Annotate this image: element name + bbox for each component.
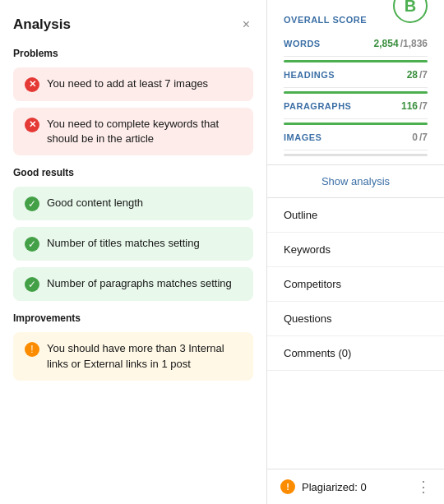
headings-value-left: 28	[407, 69, 418, 81]
nav-item-keywords[interactable]: Keywords	[267, 233, 444, 267]
nav-label-competitors: Competitors	[284, 278, 341, 290]
good-text-3: Number of paragraphs matches setting	[47, 276, 232, 291]
nav-list: Outline Keywords Competitors Questions C…	[267, 198, 444, 371]
bottom-bar: ! Plagiarized: 0 ⋮	[267, 469, 444, 504]
images-value-left: 0	[412, 132, 418, 143]
words-value-right: /1,836	[400, 38, 428, 49]
images-bar-container	[284, 154, 428, 156]
headings-label: HEADINGS	[284, 70, 335, 80]
problem-item-1: ✕ You need to add at least 7 images	[13, 67, 253, 101]
good-text-2: Number of titles matches setting	[47, 236, 200, 251]
error-icon-1: ✕	[25, 77, 39, 92]
images-value-right: /7	[419, 132, 428, 143]
show-analysis-button[interactable]: Show analysis	[267, 165, 444, 198]
nav-item-outline[interactable]: Outline	[267, 198, 444, 233]
good-results-section: Good results ✓ Good content length ✓ Num…	[13, 167, 253, 301]
headings-values: 28 /7	[407, 69, 428, 81]
plagiarized-label: Plagiarized: 0	[302, 481, 367, 493]
paragraphs-value-left: 116	[401, 100, 418, 112]
stat-images: IMAGES 0 /7	[284, 125, 428, 150]
images-values: 0 /7	[412, 132, 428, 143]
good-results-label: Good results	[13, 167, 253, 178]
problems-label: Problems	[13, 48, 253, 59]
good-item-2: ✓ Number of titles matches setting	[13, 227, 253, 261]
problems-section: Problems ✕ You need to add at least 7 im…	[13, 48, 253, 155]
left-panel: Analysis × Problems ✕ You need to add at…	[0, 0, 267, 504]
nav-label-comments: Comments (0)	[284, 347, 351, 359]
paragraphs-value-right: /7	[419, 100, 428, 112]
good-item-3: ✓ Number of paragraphs matches setting	[13, 267, 253, 301]
improvements-section: Improvements ! You should have more than…	[13, 312, 253, 380]
images-label: IMAGES	[284, 132, 321, 142]
nav-label-keywords: Keywords	[284, 243, 331, 256]
nav-item-comments[interactable]: Comments (0)	[267, 336, 444, 371]
nav-label-outline: Outline	[284, 209, 317, 221]
words-values: 2,854 /1,836	[374, 38, 428, 49]
more-options-button[interactable]: ⋮	[416, 479, 431, 494]
nav-label-questions: Questions	[284, 312, 332, 325]
success-icon-1: ✓	[25, 197, 39, 211]
improvement-item-1: ! You should have more than 3 Internal l…	[13, 332, 253, 380]
plagiarized-warning-icon: !	[280, 479, 295, 494]
close-button[interactable]: ×	[239, 16, 253, 33]
paragraphs-label: PARAGRAPHS	[284, 101, 351, 111]
right-panel: OVERALL SCORE B WORDS 2,854 /1,836 HEADI…	[267, 0, 444, 504]
problem-item-2: ✕ You need to complete keywords that sho…	[13, 108, 253, 155]
stat-headings: HEADINGS 28 /7	[284, 62, 428, 88]
plagiarized-info: ! Plagiarized: 0	[280, 479, 367, 494]
improvements-label: Improvements	[13, 312, 253, 324]
stat-words: WORDS 2,854 /1,836	[284, 31, 428, 57]
nav-item-questions[interactable]: Questions	[267, 302, 444, 336]
panel-header: Analysis ×	[13, 16, 253, 33]
problem-text-2: You need to complete keywords that shoul…	[47, 117, 242, 146]
improvement-text-1: You should have more than 3 Internal lin…	[47, 341, 242, 371]
good-item-1: ✓ Good content length	[13, 187, 253, 220]
success-icon-3: ✓	[25, 277, 39, 292]
overall-score-label: OVERALL SCORE	[284, 15, 393, 25]
error-icon-2: ✕	[25, 118, 39, 132]
words-value-left: 2,854	[374, 38, 399, 49]
success-icon-2: ✓	[25, 237, 39, 252]
score-badge: B	[393, 0, 428, 23]
score-section: OVERALL SCORE B WORDS 2,854 /1,836 HEADI…	[267, 0, 444, 165]
nav-item-competitors[interactable]: Competitors	[267, 267, 444, 302]
paragraphs-values: 116 /7	[401, 100, 428, 112]
headings-value-right: /7	[419, 69, 428, 81]
words-label: WORDS	[284, 39, 321, 49]
stats-list: WORDS 2,854 /1,836 HEADINGS 28 /7	[284, 31, 428, 156]
good-text-1: Good content length	[47, 196, 143, 210]
panel-title: Analysis	[13, 16, 71, 33]
stat-paragraphs: PARAGRAPHS 116 /7	[284, 94, 428, 119]
problem-text-1: You need to add at least 7 images	[47, 76, 208, 91]
warning-icon-1: !	[25, 342, 39, 357]
